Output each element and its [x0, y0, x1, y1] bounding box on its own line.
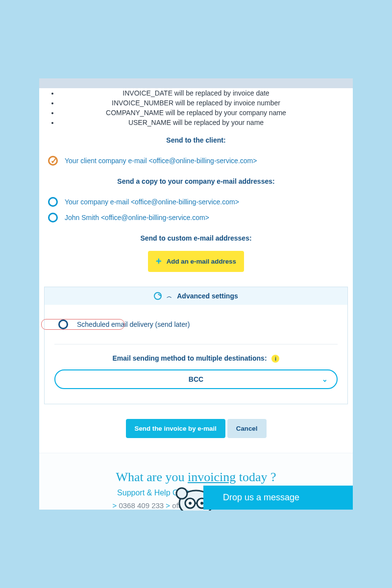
app-panel: INVOICE_DATE will be replaced by invoice… — [39, 88, 353, 510]
add-email-button[interactable]: + Add an e-mail address — [148, 251, 244, 272]
placeholder-item: USER_NAME will be replaced by your name — [59, 119, 333, 126]
chevron-down-icon: ⌄ — [322, 375, 328, 383]
radio-unchecked-icon[interactable] — [58, 319, 68, 329]
annotation-highlight — [41, 319, 124, 330]
placeholder-item: INVOICE_NUMBER will be replaced by invoi… — [59, 99, 333, 107]
scheduled-delivery-row[interactable]: Scheduled email delivery (send later) — [54, 315, 338, 334]
wrench-icon — [154, 292, 162, 300]
radio-unchecked-icon[interactable] — [48, 197, 58, 207]
recipient-user-label: John Smith <office@online-billing-servic… — [65, 214, 209, 221]
send-to-client-title: Send to the client: — [44, 136, 348, 144]
placeholder-item: COMPANY_NAME will be replaced by your co… — [59, 109, 333, 117]
add-email-label: Add an e-mail address — [167, 258, 236, 265]
svg-point-6 — [189, 502, 192, 505]
sending-method-label: Email sending method to multiple destina… — [54, 354, 338, 363]
info-icon[interactable]: i — [271, 355, 279, 363]
advanced-settings-panel: ︿ Advanced settings Scheduled email deli… — [44, 287, 348, 404]
send-copy-company-title: Send a copy to your company e-mail addre… — [44, 177, 348, 185]
send-invoice-button[interactable]: Send the invoice by e-mail — [126, 419, 225, 438]
placeholder-item: INVOICE_DATE will be replaced by invoice… — [59, 89, 333, 97]
radio-unchecked-icon[interactable] — [48, 213, 58, 222]
footer-tagline: What are you invoicing today ? — [39, 470, 353, 485]
support-phone[interactable]: 0368 409 233 — [119, 501, 164, 510]
chevron-right-icon: > — [112, 501, 117, 510]
footer: What are you invoicing today ? Support &… — [39, 453, 353, 510]
recipient-client-row[interactable]: Your client company e-mail <office@onlin… — [44, 153, 348, 169]
recipient-user-row[interactable]: John Smith <office@online-billing-servic… — [44, 210, 348, 225]
action-buttons: Send the invoice by e-mail Cancel — [39, 404, 353, 453]
plus-icon: + — [156, 256, 162, 267]
chevron-up-icon: ︿ — [167, 293, 172, 300]
placeholder-list: INVOICE_DATE will be replaced by invoice… — [59, 88, 348, 127]
sending-method-value: BCC — [189, 375, 203, 383]
sending-method-select[interactable]: BCC ⌄ — [54, 369, 338, 389]
radio-checked-icon[interactable] — [48, 156, 58, 166]
advanced-settings-label: Advanced settings — [177, 292, 238, 300]
svg-point-1 — [176, 488, 187, 499]
send-custom-title: Send to custom e-mail addresses: — [44, 234, 348, 242]
recipient-client-label: Your client company e-mail <office@onlin… — [65, 157, 257, 165]
chat-widget-button[interactable]: Drop us a message — [203, 486, 353, 510]
divider — [54, 344, 338, 344]
browser-chrome-bar — [39, 78, 353, 88]
advanced-settings-header[interactable]: ︿ Advanced settings — [45, 287, 347, 305]
recipient-company-label: Your company e-mail <office@online-billi… — [65, 198, 239, 206]
cancel-button[interactable]: Cancel — [227, 419, 267, 438]
recipient-company-row[interactable]: Your company e-mail <office@online-billi… — [44, 194, 348, 210]
